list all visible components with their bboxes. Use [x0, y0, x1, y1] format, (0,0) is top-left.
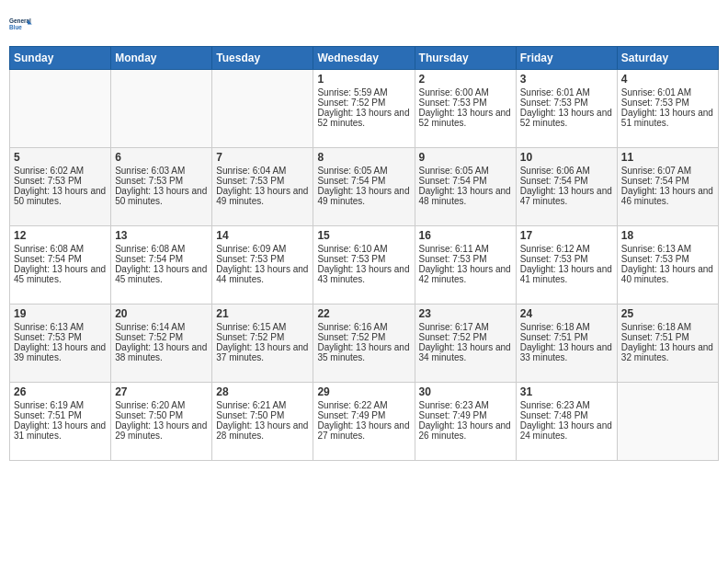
calendar-cell: 3Sunrise: 6:01 AMSunset: 7:53 PMDaylight…: [516, 70, 617, 148]
calendar-cell: 6Sunrise: 6:03 AMSunset: 7:53 PMDaylight…: [111, 148, 212, 226]
day-info: Sunrise: 6:09 AM: [216, 244, 309, 254]
day-number: 15: [317, 229, 410, 242]
day-info: Sunrise: 6:10 AM: [317, 244, 410, 254]
day-info: Sunset: 7:54 PM: [419, 176, 512, 186]
day-info: Sunset: 7:50 PM: [115, 410, 208, 420]
day-info: Sunrise: 6:02 AM: [14, 166, 107, 176]
calendar-cell: 17Sunrise: 6:12 AMSunset: 7:53 PMDayligh…: [516, 226, 617, 304]
day-info: Sunset: 7:54 PM: [317, 176, 410, 186]
day-number: 8: [317, 151, 410, 164]
day-info: Daylight: 13 hours and 32 minutes.: [621, 342, 714, 362]
day-info: Sunrise: 6:05 AM: [317, 166, 410, 176]
day-number: 12: [14, 229, 107, 242]
day-info: Daylight: 13 hours and 31 minutes.: [14, 420, 107, 441]
calendar-cell: 29Sunrise: 6:22 AMSunset: 7:49 PMDayligh…: [313, 383, 415, 461]
day-info: Sunrise: 6:01 AM: [621, 87, 714, 98]
page-header: GeneralBlue: [9, 9, 719, 39]
day-info: Sunrise: 5:59 AM: [317, 87, 410, 98]
day-number: 19: [14, 307, 107, 320]
day-info: Sunset: 7:48 PM: [520, 410, 613, 420]
svg-text:Blue: Blue: [9, 24, 22, 30]
day-info: Daylight: 13 hours and 37 minutes.: [216, 342, 309, 362]
day-number: 29: [317, 385, 410, 398]
day-info: Sunset: 7:52 PM: [216, 332, 309, 342]
day-info: Sunrise: 6:23 AM: [419, 400, 512, 410]
calendar-header-row: SundayMondayTuesdayWednesdayThursdayFrid…: [10, 47, 719, 70]
day-number: 20: [115, 307, 208, 320]
day-number: 14: [216, 229, 309, 242]
day-header-friday: Friday: [516, 47, 617, 70]
day-info: Sunset: 7:49 PM: [317, 410, 410, 420]
day-info: Sunrise: 6:20 AM: [115, 400, 208, 410]
calendar-cell: 16Sunrise: 6:11 AMSunset: 7:53 PMDayligh…: [415, 226, 516, 304]
day-info: Daylight: 13 hours and 41 minutes.: [520, 264, 613, 284]
calendar-cell: 21Sunrise: 6:15 AMSunset: 7:52 PMDayligh…: [212, 304, 313, 383]
day-info: Daylight: 13 hours and 45 minutes.: [115, 264, 208, 284]
day-info: Sunrise: 6:04 AM: [216, 166, 309, 176]
day-info: Sunrise: 6:12 AM: [520, 244, 613, 254]
calendar-cell: 25Sunrise: 6:18 AMSunset: 7:51 PMDayligh…: [617, 304, 718, 383]
day-info: Daylight: 13 hours and 27 minutes.: [317, 420, 410, 441]
day-info: Sunset: 7:54 PM: [520, 176, 613, 186]
day-info: Sunset: 7:53 PM: [520, 254, 613, 264]
day-info: Sunset: 7:52 PM: [317, 98, 410, 108]
day-info: Sunrise: 6:05 AM: [419, 166, 512, 176]
calendar-cell: 7Sunrise: 6:04 AMSunset: 7:53 PMDaylight…: [212, 148, 313, 226]
day-number: 4: [621, 73, 714, 86]
day-number: 27: [115, 385, 208, 398]
calendar-cell: 31Sunrise: 6:23 AMSunset: 7:48 PMDayligh…: [516, 383, 617, 461]
day-number: 24: [520, 307, 613, 320]
day-number: 25: [621, 307, 714, 320]
day-number: 21: [216, 307, 309, 320]
day-info: Sunrise: 6:13 AM: [621, 244, 714, 254]
day-info: Sunset: 7:53 PM: [419, 98, 512, 108]
day-info: Daylight: 13 hours and 26 minutes.: [419, 420, 512, 441]
day-info: Daylight: 13 hours and 29 minutes.: [115, 420, 208, 441]
calendar-cell: 5Sunrise: 6:02 AMSunset: 7:53 PMDaylight…: [10, 148, 111, 226]
day-info: Sunrise: 6:19 AM: [14, 400, 107, 410]
day-info: Daylight: 13 hours and 35 minutes.: [317, 342, 410, 362]
calendar-cell: 1Sunrise: 5:59 AMSunset: 7:52 PMDaylight…: [313, 70, 415, 148]
day-info: Sunset: 7:53 PM: [621, 98, 714, 108]
day-number: 17: [520, 229, 613, 242]
calendar-cell: [10, 70, 111, 148]
day-info: Sunrise: 6:22 AM: [317, 400, 410, 410]
day-number: 6: [115, 151, 208, 164]
day-info: Sunrise: 6:14 AM: [115, 322, 208, 332]
day-number: 22: [317, 307, 410, 320]
day-info: Sunrise: 6:17 AM: [419, 322, 512, 332]
calendar-cell: [111, 70, 212, 148]
day-info: Sunset: 7:53 PM: [419, 254, 512, 264]
day-info: Sunrise: 6:13 AM: [14, 322, 107, 332]
day-number: 31: [520, 385, 613, 398]
day-number: 3: [520, 73, 613, 86]
day-number: 7: [216, 151, 309, 164]
day-info: Daylight: 13 hours and 48 minutes.: [419, 186, 512, 206]
calendar-cell: 15Sunrise: 6:10 AMSunset: 7:53 PMDayligh…: [313, 226, 415, 304]
calendar-cell: 19Sunrise: 6:13 AMSunset: 7:53 PMDayligh…: [10, 304, 111, 383]
calendar-cell: [212, 70, 313, 148]
calendar-cell: 27Sunrise: 6:20 AMSunset: 7:50 PMDayligh…: [111, 383, 212, 461]
calendar-cell: 22Sunrise: 6:16 AMSunset: 7:52 PMDayligh…: [313, 304, 415, 383]
day-info: Daylight: 13 hours and 50 minutes.: [14, 186, 107, 206]
day-info: Sunset: 7:53 PM: [317, 254, 410, 264]
day-info: Daylight: 13 hours and 38 minutes.: [115, 342, 208, 362]
day-info: Sunset: 7:53 PM: [115, 176, 208, 186]
day-info: Daylight: 13 hours and 52 minutes.: [419, 108, 512, 128]
day-info: Daylight: 13 hours and 52 minutes.: [520, 108, 613, 128]
day-info: Sunset: 7:51 PM: [621, 332, 714, 342]
day-number: 5: [14, 151, 107, 164]
day-info: Sunset: 7:53 PM: [520, 98, 613, 108]
day-header-wednesday: Wednesday: [313, 47, 415, 70]
calendar-week-row: 12Sunrise: 6:08 AMSunset: 7:54 PMDayligh…: [10, 226, 719, 304]
day-info: Sunset: 7:51 PM: [520, 332, 613, 342]
day-info: Sunset: 7:53 PM: [621, 254, 714, 264]
day-number: 23: [419, 307, 512, 320]
calendar-cell: 24Sunrise: 6:18 AMSunset: 7:51 PMDayligh…: [516, 304, 617, 383]
day-info: Daylight: 13 hours and 47 minutes.: [520, 186, 613, 206]
calendar-cell: [617, 383, 718, 461]
day-info: Sunrise: 6:03 AM: [115, 166, 208, 176]
day-number: 11: [621, 151, 714, 164]
calendar-table: SundayMondayTuesdayWednesdayThursdayFrid…: [9, 46, 719, 461]
day-info: Daylight: 13 hours and 49 minutes.: [216, 186, 309, 206]
